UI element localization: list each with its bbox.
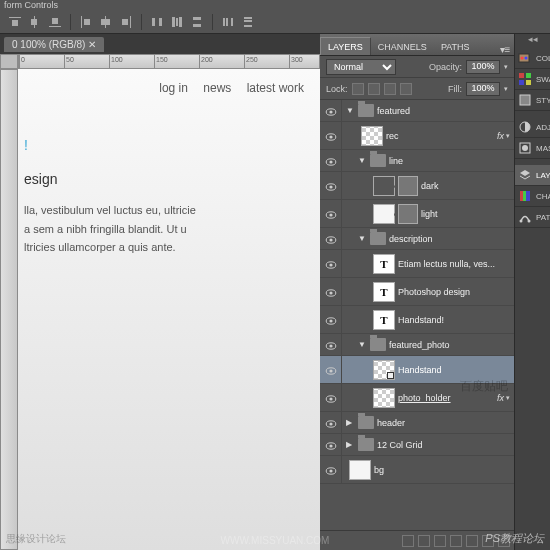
layer-row[interactable]: dark <box>320 172 514 200</box>
distribute-icon[interactable] <box>170 15 184 29</box>
layer-name[interactable]: line <box>389 156 510 166</box>
visibility-toggle[interactable] <box>320 412 342 433</box>
visibility-toggle[interactable] <box>320 150 342 171</box>
nav-news[interactable]: news <box>203 81 231 95</box>
document-tab[interactable]: 0 100% (RGB/8) ✕ <box>4 37 104 52</box>
vertical-ruler[interactable] <box>0 69 18 550</box>
dock-tab-styles[interactable]: STYLES <box>515 90 550 111</box>
distribute-icon[interactable] <box>190 15 204 29</box>
lock-position-icon[interactable] <box>384 83 396 95</box>
lock-pixels-icon[interactable] <box>368 83 380 95</box>
tab-layers[interactable]: LAYERS <box>320 37 371 55</box>
canvas[interactable]: log in news latest work ! esign lla, ves… <box>18 69 320 550</box>
layer-row[interactable]: recfx▾ <box>320 122 514 150</box>
layer-name[interactable]: 12 Col Grid <box>377 440 510 450</box>
alignment-icon[interactable] <box>119 15 133 29</box>
visibility-toggle[interactable] <box>320 384 342 411</box>
layer-name[interactable]: featured_photo <box>389 340 510 350</box>
adjustment-layer-icon[interactable] <box>450 535 462 547</box>
alignment-icon[interactable] <box>79 15 93 29</box>
layer-row[interactable]: ▼description <box>320 228 514 250</box>
disclosure-arrow-icon[interactable]: ▼ <box>358 156 367 165</box>
layer-name[interactable]: Handstand <box>398 365 510 375</box>
visibility-toggle[interactable] <box>320 228 342 249</box>
visibility-toggle[interactable] <box>320 250 342 277</box>
expand-dock-icon[interactable]: ◂◂ <box>515 34 550 48</box>
tab-channels[interactable]: CHANNELS <box>371 38 434 55</box>
layer-name[interactable]: bg <box>374 465 510 475</box>
layer-list[interactable]: ▼featuredrecfx▾▼linedarklight▼descriptio… <box>320 100 514 530</box>
disclosure-arrow-icon[interactable]: ▶ <box>346 418 355 427</box>
chevron-down-icon[interactable]: ▾ <box>504 85 508 93</box>
alignment-icon[interactable] <box>8 15 22 29</box>
distribute-icon[interactable] <box>150 15 164 29</box>
layer-name[interactable]: Handstand! <box>398 315 510 325</box>
layer-name[interactable]: Etiam lectus nulla, ves... <box>398 259 510 269</box>
visibility-toggle[interactable] <box>320 356 342 383</box>
layer-row[interactable]: THandstand! <box>320 306 514 334</box>
dock-tab-swatch[interactable]: SWATCH <box>515 69 550 90</box>
layer-row[interactable]: ▼featured <box>320 100 514 122</box>
nav-latest[interactable]: latest work <box>247 81 304 95</box>
layer-row[interactable]: bg <box>320 456 514 484</box>
layer-name[interactable]: dark <box>421 181 510 191</box>
layer-row[interactable]: light <box>320 200 514 228</box>
layer-style-icon[interactable] <box>418 535 430 547</box>
visibility-toggle[interactable] <box>320 306 342 333</box>
fx-badge[interactable]: fx <box>497 131 504 141</box>
disclosure-arrow-icon[interactable]: ▶ <box>346 440 355 449</box>
disclosure-arrow-icon[interactable]: ▼ <box>358 234 367 243</box>
alignment-icon[interactable] <box>28 15 42 29</box>
layer-name[interactable]: light <box>421 209 510 219</box>
link-layers-icon[interactable] <box>402 535 414 547</box>
fill-value[interactable]: 100% <box>466 82 500 96</box>
tab-paths[interactable]: PATHS <box>434 38 477 55</box>
disclosure-arrow-icon[interactable]: ▼ <box>346 106 355 115</box>
layer-thumbnail[interactable] <box>373 204 395 224</box>
horizontal-ruler[interactable]: 050100150200250300 <box>18 54 320 69</box>
dock-tab-channels[interactable]: CHANN <box>515 186 550 207</box>
layer-thumbnail[interactable] <box>373 360 395 380</box>
alignment-icon[interactable] <box>99 15 113 29</box>
chevron-down-icon[interactable]: ▾ <box>504 63 508 71</box>
lock-all-icon[interactable] <box>400 83 412 95</box>
layer-name[interactable]: Photoshop design <box>398 287 510 297</box>
layer-thumbnail[interactable] <box>373 388 395 408</box>
visibility-toggle[interactable] <box>320 434 342 455</box>
layer-mask-thumbnail[interactable] <box>398 176 418 196</box>
opacity-value[interactable]: 100% <box>466 60 500 74</box>
layer-name[interactable]: header <box>377 418 510 428</box>
dock-tab-color[interactable]: COLOR <box>515 48 550 69</box>
visibility-toggle[interactable] <box>320 172 342 199</box>
layer-name[interactable]: featured <box>377 106 510 116</box>
layer-row[interactable]: TEtiam lectus nulla, ves... <box>320 250 514 278</box>
alignment-icon[interactable] <box>48 15 62 29</box>
panel-menu-icon[interactable]: ▾≡ <box>496 44 514 55</box>
dock-tab-paths[interactable]: PATHS <box>515 207 550 228</box>
group-icon[interactable] <box>466 535 478 547</box>
fx-arrow-icon[interactable]: ▾ <box>506 132 510 140</box>
layer-thumbnail[interactable] <box>361 126 383 146</box>
layer-thumbnail[interactable] <box>373 176 395 196</box>
layer-row[interactable]: ▼line <box>320 150 514 172</box>
layer-row[interactable]: ▼featured_photo <box>320 334 514 356</box>
close-icon[interactable]: ✕ <box>88 39 96 50</box>
distribute-icon[interactable] <box>241 15 255 29</box>
visibility-toggle[interactable] <box>320 456 342 483</box>
layer-mask-icon[interactable] <box>434 535 446 547</box>
visibility-toggle[interactable] <box>320 122 342 149</box>
layer-name[interactable]: description <box>389 234 510 244</box>
blend-mode-select[interactable]: Normal <box>326 59 396 75</box>
dock-tab-layers[interactable]: LAYERS <box>515 165 550 186</box>
ruler-origin[interactable] <box>0 54 18 69</box>
visibility-toggle[interactable] <box>320 200 342 227</box>
disclosure-arrow-icon[interactable]: ▼ <box>358 340 367 349</box>
distribute-icon[interactable] <box>221 15 235 29</box>
layer-thumbnail[interactable] <box>349 460 371 480</box>
dock-tab-adjust[interactable]: ADJUST <box>515 117 550 138</box>
dock-tab-masks[interactable]: MASKS <box>515 138 550 159</box>
lock-transparency-icon[interactable] <box>352 83 364 95</box>
visibility-toggle[interactable] <box>320 100 342 121</box>
layer-row[interactable]: ▶12 Col Grid <box>320 434 514 456</box>
nav-login[interactable]: log in <box>159 81 188 95</box>
